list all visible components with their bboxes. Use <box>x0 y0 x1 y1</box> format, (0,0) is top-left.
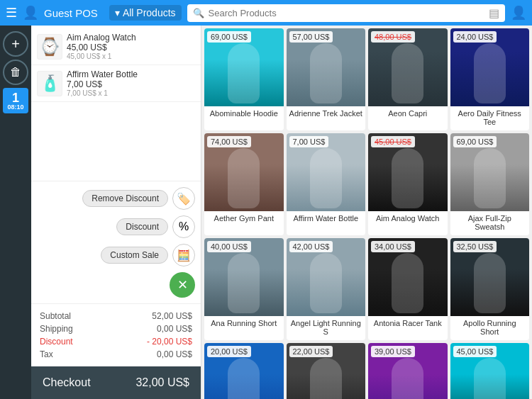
main-content: + 🗑 1 08:10 ⌚ Aim Analog Watch 45,00 US$… <box>0 26 532 399</box>
user-icon[interactable]: 👤 <box>23 5 38 21</box>
remove-discount-icon-button[interactable]: 🏷️ <box>172 187 195 210</box>
discount-value: - 20,00 US$ <box>147 337 192 347</box>
product-name: Aeon Capri <box>368 106 448 126</box>
cart-item-thumbnail: ⌚ <box>37 34 62 60</box>
watch-icon: ⌚ <box>39 37 60 57</box>
discount-label: Discount <box>40 337 73 347</box>
app-title: Guest POS <box>44 7 98 19</box>
cart-item-sub: 7,00 US$ x 1 <box>67 89 195 97</box>
product-price: 57,00 US$ <box>289 31 333 43</box>
product-price: 39,00 US$ <box>371 346 415 357</box>
remove-discount-row: Remove Discount 🏷️ <box>37 187 195 210</box>
product-price: 22,00 US$ <box>289 346 333 357</box>
subtotal-label: Subtotal <box>40 311 71 321</box>
discount-row: Discount - 20,00 US$ <box>40 335 192 348</box>
session-time: 08:10 <box>7 104 23 111</box>
products-dropdown-label: All Products <box>123 7 176 18</box>
product-price: 45,00 US$ <box>371 136 415 147</box>
product-name: Angel Light Running S <box>287 316 366 340</box>
search-icon: 🔍 <box>193 8 204 18</box>
tax-value: 0,00 US$ <box>157 349 192 359</box>
shipping-row: Shipping 0,00 US$ <box>40 322 192 335</box>
product-price: 32,50 US$ <box>453 241 497 252</box>
cart-item-name: Affirm Water Bottle <box>67 69 195 79</box>
product-card[interactable]: 69,00 US$ Ajax Full-Zip Sweatsh <box>450 133 530 235</box>
add-user-icon[interactable]: 👤 <box>511 5 526 21</box>
product-card[interactable]: 40,00 US$ Ana Running Short <box>204 238 284 340</box>
barcode-icon[interactable]: ▤ <box>489 6 499 20</box>
product-price: 69,00 US$ <box>453 136 497 147</box>
cart-item[interactable]: 🧴 Affirm Water Bottle 7,00 US$ 7,00 US$ … <box>31 65 201 102</box>
session-badge[interactable]: 1 08:10 <box>3 88 28 113</box>
product-card[interactable]: 39,00 US$ Ariel Roll Sleeve Swea <box>368 343 448 399</box>
product-name: Apollo Running Short <box>450 316 530 340</box>
product-card[interactable]: 48,00 US$ Aeon Capri <box>368 28 448 130</box>
product-name: Abominable Hoodie <box>204 106 284 126</box>
product-price: 34,00 US$ <box>371 241 415 252</box>
custom-sale-row: Custom Sale 🧮 <box>37 244 195 266</box>
product-card[interactable]: 20,00 US$ Arcadio Gym Short <box>204 343 284 399</box>
cart-panel: ⌚ Aim Analog Watch 45,00 US$ 45,00 US$ x… <box>31 26 201 399</box>
discount-button[interactable]: Discount <box>116 218 168 235</box>
search-bar: 🔍 ▤ <box>187 4 505 22</box>
checkout-button[interactable]: Checkout 32,00 US$ <box>31 366 201 399</box>
product-price: 24,00 US$ <box>453 31 497 43</box>
product-card[interactable]: 22,00 US$ Argus All-Weather Tar <box>287 343 366 399</box>
product-card[interactable]: 42,00 US$ Angel Light Running S <box>287 238 366 340</box>
custom-sale-button[interactable]: Custom Sale <box>101 247 168 264</box>
tax-label: Tax <box>40 349 53 359</box>
product-name: Aero Daily Fitness Tee <box>450 106 530 130</box>
product-card[interactable]: 45,00 US$ Aim Analog Watch <box>368 133 448 235</box>
cart-totals: Subtotal 52,00 US$ Shipping 0,00 US$ Dis… <box>31 303 201 366</box>
cart-item[interactable]: ⌚ Aim Analog Watch 45,00 US$ 45,00 US$ x… <box>31 28 201 65</box>
checkout-total: 32,00 US$ <box>135 376 189 389</box>
products-dropdown-chevron: ▾ <box>115 7 120 18</box>
calculator-icon-button[interactable]: 🧮 <box>172 244 195 266</box>
cancel-button[interactable]: ✕ <box>170 272 195 298</box>
product-price: 20,00 US$ <box>207 346 251 357</box>
product-price: 48,00 US$ <box>371 31 415 43</box>
products-grid: 69,00 US$ Abominable Hoodie 57,00 US$ Ad… <box>204 28 529 399</box>
product-price: 45,00 US$ <box>453 346 497 357</box>
shipping-label: Shipping <box>40 324 73 334</box>
header: ☰ 👤 Guest POS ▾ All Products 🔍 ▤ 👤 <box>0 0 532 26</box>
product-card[interactable]: 34,00 US$ Antonia Racer Tank <box>368 238 448 340</box>
product-card[interactable]: 7,00 US$ Affirm Water Bottle <box>287 133 366 235</box>
cart-actions: Remove Discount 🏷️ Discount % Custom Sal… <box>31 181 201 303</box>
trash-button[interactable]: 🗑 <box>3 60 28 85</box>
product-name: Affirm Water Bottle <box>287 211 366 231</box>
cart-item-price: 7,00 US$ <box>67 79 195 89</box>
product-name: Adrienne Trek Jacket <box>287 106 366 126</box>
cart-item-name: Aim Analog Watch <box>67 33 195 43</box>
shipping-value: 0,00 US$ <box>157 324 192 334</box>
remove-discount-button[interactable]: Remove Discount <box>82 190 168 207</box>
cart-item-thumbnail: 🧴 <box>37 71 62 96</box>
menu-icon[interactable]: ☰ <box>6 5 17 21</box>
plus-icon: + <box>11 36 20 52</box>
products-area: 69,00 US$ Abominable Hoodie 57,00 US$ Ad… <box>201 26 532 399</box>
calculator-icon: 🧮 <box>177 249 191 262</box>
subtotal-row: Subtotal 52,00 US$ <box>40 310 192 322</box>
bottle-icon: 🧴 <box>40 74 60 93</box>
percent-icon: % <box>179 220 189 233</box>
cart-items-list: ⌚ Aim Analog Watch 45,00 US$ 45,00 US$ x… <box>31 26 201 181</box>
product-name: Antonia Racer Tank <box>368 316 448 336</box>
product-card[interactable]: 32,50 US$ Apollo Running Short <box>450 238 530 340</box>
discount-icon-button[interactable]: % <box>172 215 195 238</box>
product-name: Aim Analog Watch <box>368 211 448 231</box>
product-card[interactable]: 69,00 US$ Abominable Hoodie <box>204 28 284 130</box>
subtotal-value: 52,00 US$ <box>152 311 192 321</box>
x-icon: ✕ <box>177 277 188 293</box>
product-card[interactable]: 57,00 US$ Adrienne Trek Jacket <box>287 28 366 130</box>
product-name: Aether Gym Pant <box>204 211 284 231</box>
tax-row: Tax 0,00 US$ <box>40 348 192 361</box>
cart-item-price: 45,00 US$ <box>67 43 195 52</box>
product-price: 69,00 US$ <box>207 31 251 43</box>
product-card[interactable]: 24,00 US$ Aero Daily Fitness Tee <box>450 28 530 130</box>
products-dropdown[interactable]: ▾ All Products <box>109 5 182 21</box>
add-button[interactable]: + <box>3 31 28 57</box>
checkout-label: Checkout <box>43 376 91 389</box>
search-input[interactable] <box>209 8 484 18</box>
product-card[interactable]: 74,00 US$ Aether Gym Pant <box>204 133 284 235</box>
product-card[interactable]: 45,00 US$ Artemis Running Sho <box>450 343 530 399</box>
